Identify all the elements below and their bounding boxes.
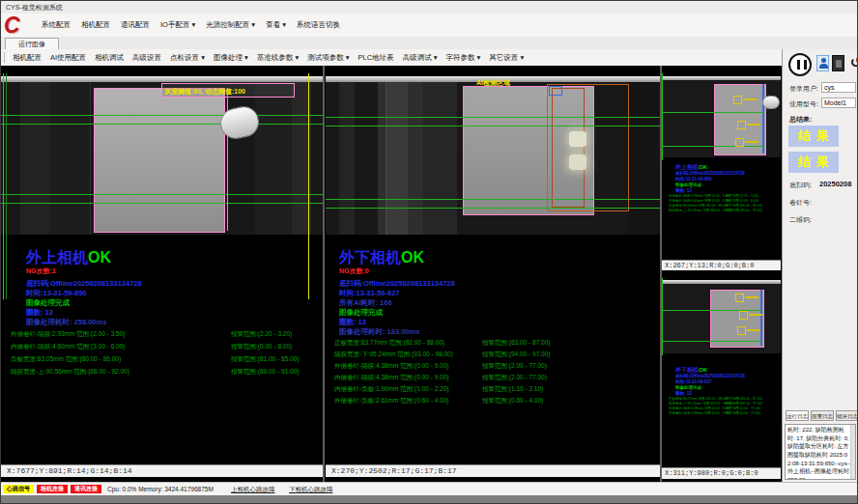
measurement-row: 内侧卷针-隔膜:4.38mm 范围:(0.00 - 9.00) 报警范围:(2.… (326, 374, 660, 382)
log-area[interactable]: 耗时: 222, 缺陷检测耗时: 17, 缺陷分类耗时: 0, 缺陷提取分区耗时… (785, 424, 856, 480)
alarm-range: 报警范围:(81.00 - 85.00) (231, 355, 299, 364)
threshold-label: 灰度阈值:93, 动态阈值:100 (164, 87, 245, 97)
measurement-value: 内侧卷针-隔膜:4.60mm 范围:(3.00 - 6.00) (11, 343, 125, 351)
measurement-row: 正极宽度:83.77mm 范围:(82.00 - 88.00) 报警范围:(83… (326, 339, 660, 348)
alarm-range: 报警范围:(1.10 - 2.10) (482, 385, 543, 394)
menu-item-comm-config[interactable]: 通讯配置 (121, 20, 150, 30)
tool-other-settings[interactable]: 其它设置 ▾ (489, 53, 524, 63)
yellow-marker-label (747, 329, 760, 331)
log-tab-error[interactable]: 错误日志 (836, 410, 858, 421)
lower-camera-fault-link[interactable]: 下相机心跳故障 (289, 485, 333, 493)
menu-item-view[interactable]: 查看 ▾ (266, 20, 286, 30)
tool-ai-config[interactable]: AI使用配置 (50, 53, 86, 63)
cpu-memory-status: Cpu: 0.0% Memory: 3424.41796875M (107, 485, 214, 493)
measurement-row: 内侧卷针-隔膜:4.60mm 范围:(3.00 - 6.00) 报警范围:(0.… (1, 343, 323, 351)
switch-button[interactable]: ↺ (847, 53, 858, 72)
menu-item-language[interactable]: 系统语言切换 (297, 20, 340, 30)
green-edge-line (6, 73, 7, 299)
refresh-icon: ↺ (850, 54, 858, 70)
yellow-marker-box (737, 326, 746, 335)
tool-baseline-params[interactable]: 基准线参数 ▾ (257, 53, 299, 63)
tool-camera-config[interactable]: 相机配置 (13, 53, 42, 63)
model-field[interactable]: Model1 (821, 98, 856, 108)
green-edge-line (662, 278, 663, 355)
threshold-roi-box: 灰度阈值:93, 动态阈值:100 (161, 83, 295, 98)
titlebar: CYS-视觉检测系统 (1, 1, 858, 14)
process-done-line: 图像处理完成 (339, 308, 383, 318)
qr-code-label: 二维码: (789, 215, 812, 225)
machine-strip (20, 82, 49, 235)
login-user-field[interactable]: cys (821, 82, 856, 93)
tool-spotcheck-settings[interactable]: 点检设置 ▾ (170, 53, 205, 63)
coordinate-bar: X:267;Y:13;R:0;G:0;B:0 (662, 260, 781, 270)
menu-item-system-config[interactable]: 系统配置 (42, 20, 71, 30)
camera-connect-badge: 相机连接 (37, 485, 68, 493)
measurement-value: 隔膜宽度-下:95.24mm 范围:(93.00 - 98.00) (334, 350, 453, 359)
alarm-range: 报警范围:(2.00 - 77.00) (482, 374, 547, 382)
menu-item-io-config[interactable]: IO手配置 ▾ (160, 20, 195, 30)
yellow-marker-box (737, 121, 746, 129)
pixel-coordinates: X:7677;Y:891;R:14;G:14;B:14 (7, 465, 132, 477)
alarm-range: 报警范围:(0.60 - 4.00) (482, 397, 543, 406)
time-line: 时间:13-31-59-627 (675, 379, 712, 384)
mini-view-bottom[interactable]: 外下相机OK 底扫码:Offline20250208133134728 时间:1… (662, 272, 781, 482)
measurement-value: 负极宽度:83.05mm 范围:(80.00 - 86.00) (11, 355, 121, 364)
ng-count: NG次数:0 (339, 266, 369, 276)
log-scrollbar[interactable] (850, 425, 855, 479)
tool-image-processing[interactable]: 图像处理 ▾ (214, 53, 248, 63)
pixel-coordinates: X:270;Y:2502;R:17;G:17;B:17 (331, 465, 457, 477)
scan-code-line: 底扫码:Offline20250208133134728 (339, 279, 455, 289)
green-guide-line (326, 199, 660, 200)
measurement-value: 内侧卷针-隔膜:4.38mm 范围:(0.00 - 9.00) (669, 411, 730, 415)
bright-tab-shape (569, 154, 586, 170)
heartbeat-badge: 心跳信号 (3, 485, 34, 493)
alarm-range: 报警范围:(83.00 - 87.00) (482, 339, 550, 348)
blue-edge-line (762, 84, 764, 154)
model-label: 使用型号: (789, 99, 818, 109)
measurement-row: 外侧卷针-隔膜:2.93mm 范围:(2.00 - 3.50) 报警范围:(2.… (1, 330, 323, 339)
green-guide-line (662, 112, 764, 113)
measurement-value: 外侧卷针-隔膜:2.93mm 范围:(2.00 - 3.50) (669, 194, 730, 198)
yellow-marker-box (739, 311, 748, 320)
upper-camera-fault-link[interactable]: 上相机心跳故障 (231, 485, 275, 493)
tool-plc-address[interactable]: PLC地址表 (358, 53, 394, 63)
blue-roi-box (549, 86, 562, 96)
tool-char-params[interactable]: 字符参数 ▾ (445, 53, 480, 63)
yellow-marker-label (743, 98, 757, 100)
tool-advanced-settings[interactable]: 高级设置 (132, 53, 161, 63)
pause-button[interactable] (788, 53, 812, 76)
app-logo: C (4, 14, 20, 37)
camera-title: 外上相机OK (26, 248, 111, 268)
camera-status: OK (699, 367, 707, 373)
machine-strip (422, 82, 457, 235)
user-button[interactable] (816, 55, 829, 71)
camera-name: 外下相机 (675, 367, 699, 373)
yellow-marker-box (733, 96, 742, 104)
device-icon (836, 60, 842, 68)
menu-item-camera-config[interactable]: 相机配置 (81, 20, 110, 30)
turn-count-line: 圈数: 13 (339, 318, 366, 327)
measurement-value: 外侧卷针-隔膜:4.38mm 范围:(0.00 - 9.00) (669, 406, 730, 410)
menu-item-light-config[interactable]: 光源控制配置 ▾ (206, 20, 255, 30)
alarm-range: 报警范围:(0.00 - 8.00) (726, 199, 758, 203)
camera-view-left[interactable]: 灰度阈值:93, 动态阈值:100 外上相机OK NG次数:1 底扫码:Offl… (1, 66, 323, 482)
bottom-strip (1, 495, 858, 504)
coordinate-bar: X:7677;Y:891;R:14;G:14;B:14 (1, 464, 323, 477)
alarm-range: 报警范围:(89.00 - 91.00) (231, 368, 299, 377)
mini-view-top[interactable]: 外上相机OK 底扫码:Offline20250208133134728 时间:1… (662, 66, 781, 270)
log-tab-run[interactable]: 运行日志 (786, 410, 809, 421)
camera-view-middle[interactable]: AI检测区域 外下相机OK NG次数:0 底扫码:Offline20250208… (326, 66, 660, 482)
yellow-marker-label (747, 124, 760, 126)
tool-advanced-debug[interactable]: 高级调试 ▾ (403, 53, 438, 63)
camera-title: 外下相机OK (339, 248, 424, 268)
app-window: CYS-视觉检测系统 系统配置 相机配置 通讯配置 IO手配置 ▾ 光源控制配置… (0, 0, 858, 504)
toolbar: 相机配置 AI使用配置 相机调试 高级设置 点检设置 ▾ 图像处理 ▾ 基准线参… (1, 49, 782, 67)
log-tab-alarm[interactable]: 报警日志 (811, 410, 834, 421)
green-guide-line (662, 146, 764, 147)
camera-status: OK (88, 249, 111, 266)
tool-test-params[interactable]: 测试项参数 ▾ (307, 53, 349, 63)
tool-camera-debug[interactable]: 相机调试 (95, 53, 124, 63)
alarm-range: 报警范围:(81.00 - 85.00) (726, 204, 762, 208)
scan-code-line: 底扫码:Offline20250208133134728 (26, 279, 142, 289)
device-button[interactable] (832, 55, 844, 71)
